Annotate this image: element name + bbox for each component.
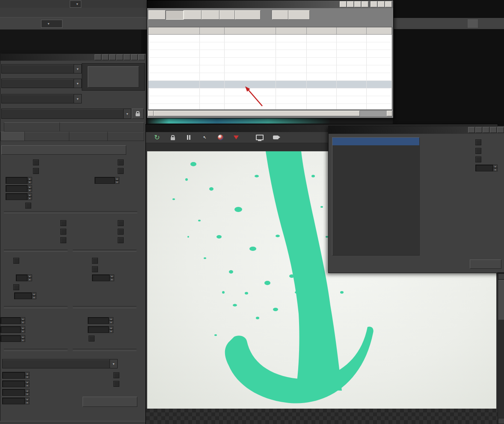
alphashadow-checkbox[interactable]	[113, 381, 119, 387]
spinner-arrows[interactable]	[115, 177, 119, 184]
camera-icon[interactable]	[270, 133, 281, 142]
spinner-arrows[interactable]	[21, 335, 25, 342]
table-row[interactable]	[148, 58, 392, 65]
rs-spinner-1[interactable]	[16, 274, 32, 281]
textures-checkbox[interactable]	[118, 220, 124, 226]
tab-account[interactable]	[4, 122, 60, 132]
spinner-arrows[interactable]	[21, 326, 25, 333]
autofocus-icon[interactable]	[199, 133, 210, 142]
scrollbar-thumb[interactable]	[498, 280, 504, 320]
clear-button[interactable]	[202, 10, 219, 20]
tab-devices[interactable]	[69, 132, 108, 141]
table-row[interactable]	[148, 73, 392, 81]
scroll-down-icon[interactable]	[498, 418, 504, 424]
material-editor-icon[interactable]	[447, 19, 457, 28]
height-spinner[interactable]	[6, 185, 32, 192]
motion-blur-duration-spinner[interactable]	[92, 274, 114, 281]
use-viewport-bg-checkbox[interactable]	[118, 159, 124, 165]
poly-objects-checkbox[interactable]	[118, 237, 124, 243]
col-object-name[interactable]	[148, 27, 200, 34]
render-settings-icon[interactable]	[416, 19, 427, 28]
maximize-icon[interactable]	[378, 1, 385, 7]
spinner-arrows[interactable]	[110, 274, 114, 281]
object-motion-blur-checkbox[interactable]	[475, 156, 481, 162]
menu-group[interactable]	[28, 11, 38, 14]
add-button[interactable]	[219, 10, 235, 20]
render-button[interactable]	[88, 66, 139, 88]
name-button[interactable]	[184, 10, 202, 20]
pin-icon[interactable]	[490, 127, 497, 133]
spinner-arrows[interactable]	[25, 398, 30, 404]
col-num-faces[interactable]	[307, 27, 337, 34]
close-icon[interactable]	[138, 54, 145, 60]
project-icon[interactable]	[10, 0, 21, 8]
viewport-source-dropdown[interactable]	[1, 109, 131, 119]
lock-icon[interactable]	[168, 133, 178, 142]
lock-viewport-button[interactable]	[132, 109, 144, 119]
render-setup-icon[interactable]	[396, 19, 406, 28]
layer-manager-icon[interactable]	[468, 19, 478, 28]
unlink-icon[interactable]	[10, 19, 21, 28]
bind-spacewarp-icon[interactable]	[21, 19, 31, 28]
pin-icon[interactable]	[116, 54, 123, 60]
scene-dropdown[interactable]	[1, 94, 82, 103]
scroll-up-icon[interactable]	[498, 274, 504, 280]
col-num-verts[interactable]	[276, 27, 307, 34]
gi-clamp-spinner[interactable]	[88, 326, 113, 333]
table-row[interactable]	[148, 42, 392, 50]
display-icon[interactable]	[255, 133, 265, 142]
kernel-type-dropdown[interactable]	[2, 359, 118, 368]
spinner-arrows[interactable]	[25, 380, 30, 387]
refresh-time-spinner[interactable]	[95, 177, 119, 184]
close-button[interactable]	[470, 259, 501, 269]
table-row[interactable]	[148, 65, 392, 73]
spinner-arrows[interactable]	[25, 372, 30, 379]
minimize-icon[interactable]	[95, 54, 101, 60]
update-button[interactable]	[288, 10, 310, 20]
curve-editor-icon[interactable]	[478, 19, 488, 28]
scroll-right-icon[interactable]	[387, 111, 392, 116]
open-viewport-button[interactable]	[1, 145, 126, 155]
static-noise-checkbox[interactable]	[89, 336, 95, 342]
close-icon[interactable]	[497, 127, 504, 133]
aspect-lock-checkbox[interactable]	[25, 203, 31, 209]
workspace-dropdown[interactable]: ▼	[70, 0, 81, 8]
close-icon[interactable]	[385, 1, 392, 7]
toolbar-overflow-icon[interactable]	[488, 19, 498, 28]
spinner-arrows[interactable]	[109, 317, 113, 324]
pivot-icon[interactable]	[124, 19, 134, 28]
rs-unknown-checkbox[interactable]	[13, 258, 19, 264]
gb-spinner[interactable]	[14, 292, 36, 299]
table-row[interactable]	[148, 50, 392, 58]
oop-titlebar[interactable]	[329, 126, 504, 134]
spinner-arrows[interactable]	[27, 177, 32, 184]
horizontal-scrollbar[interactable]	[148, 111, 392, 116]
rollup-icon[interactable]	[102, 54, 109, 60]
tab-kernel[interactable]	[0, 132, 25, 141]
shade-icon[interactable]	[124, 54, 130, 60]
table-row-selected[interactable]	[148, 81, 392, 88]
autoupdate-proxy-checkbox[interactable]	[118, 168, 124, 174]
mci-titlebar[interactable]	[147, 0, 393, 8]
tab-tools[interactable]	[107, 132, 144, 141]
scrollbar-thumb[interactable]	[154, 111, 360, 116]
minimize-icon[interactable]	[468, 127, 475, 133]
menu-edit[interactable]	[9, 11, 19, 14]
spinner-arrows[interactable]	[25, 389, 30, 396]
environment-icon[interactable]	[457, 19, 468, 28]
menu-views[interactable]	[38, 11, 47, 14]
minimize-icon[interactable]	[340, 1, 347, 7]
menu-file[interactable]	[0, 11, 9, 14]
select-object-icon[interactable]	[31, 19, 41, 28]
rayepsilon-spinner[interactable]	[0, 335, 25, 342]
alphachannel-checkbox[interactable]	[113, 372, 119, 378]
width-spinner[interactable]	[6, 177, 32, 184]
select-link-icon[interactable]	[0, 19, 10, 28]
diffusedepth-spinner[interactable]	[0, 326, 25, 333]
spinner-arrows[interactable]	[27, 185, 32, 192]
zoom-checkbox[interactable]	[60, 237, 66, 243]
tab-render-elements[interactable]	[59, 122, 144, 132]
vertical-scrollbar[interactable]	[498, 274, 504, 424]
render-ball-icon[interactable]	[215, 133, 225, 142]
aspect-spinner[interactable]	[6, 193, 32, 200]
